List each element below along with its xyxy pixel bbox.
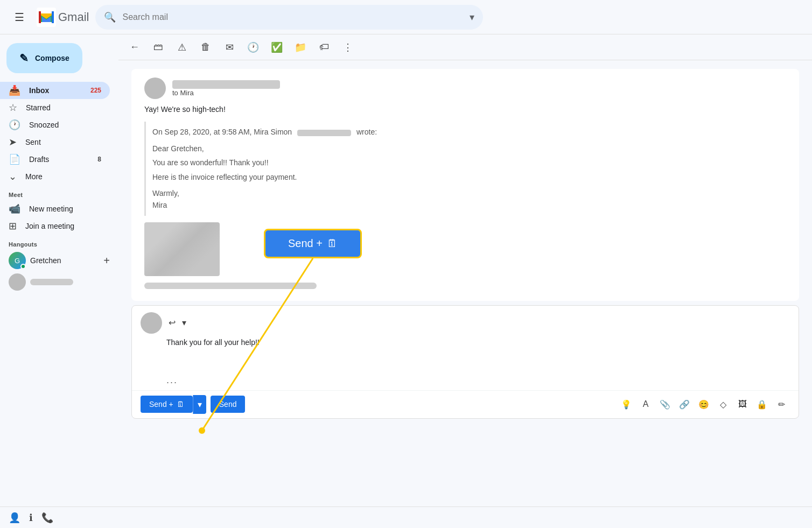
contacts-icon[interactable]: 👤: [9, 512, 20, 524]
compose-button[interactable]: ✎ Compose: [6, 43, 82, 73]
reply-controls: ↩ ▾: [166, 315, 188, 330]
attachment-inner: [144, 222, 220, 276]
reply-dots: ···: [132, 377, 799, 390]
sidebar-item-join-meeting[interactable]: ⊞ Join a meeting: [0, 217, 110, 235]
reply-button[interactable]: ↩: [166, 315, 178, 330]
back-button[interactable]: ←: [125, 38, 144, 57]
blurred-bar-1: [144, 283, 317, 289]
more-label: More: [25, 172, 101, 181]
thanks-line: You are so wonderful!! Thank you!!: [152, 157, 780, 168]
search-bar[interactable]: 🔍 ▾: [95, 5, 483, 30]
insert-emoji-button[interactable]: 😊: [695, 396, 712, 413]
annotation-send-label: Send +: [288, 237, 323, 250]
sidebar-item-more[interactable]: ⌄ More: [0, 168, 110, 185]
email-body-line1: Yay! We're so high-tech!: [144, 103, 786, 115]
reply-header: ↩ ▾: [132, 306, 799, 334]
report-spam-button[interactable]: ⚠: [172, 38, 192, 57]
search-dropdown-icon[interactable]: ▾: [470, 11, 474, 23]
email-thread: to Mira Yay! We're so high-tech! On Sep …: [118, 60, 812, 506]
drafts-icon: 📄: [9, 153, 20, 165]
move-to-button[interactable]: 📁: [291, 38, 310, 57]
delete-button[interactable]: 🗑: [196, 38, 215, 57]
pen-button[interactable]: ✏: [773, 396, 790, 413]
info-icon[interactable]: ℹ: [29, 512, 33, 524]
sidebar-item-snoozed[interactable]: 🕐 Snoozed: [0, 116, 110, 133]
send-dropdown-button[interactable]: ▾: [193, 395, 206, 414]
sidebar-item-sent[interactable]: ➤ Sent: [0, 133, 110, 151]
main-layout: ✎ Compose 📥 Inbox 225 ☆ Starred 🕐 Snooze…: [0, 34, 812, 506]
contact-avatar: [9, 273, 26, 291]
check-circle-button[interactable]: ✅: [267, 38, 286, 57]
online-status-dot: [20, 264, 26, 269]
attachment-preview: [144, 222, 220, 276]
reply-compose: ↩ ▾ Thank you for all your help!! ··· Se…: [131, 305, 799, 419]
send-button-group: Send + 🗓 ▾: [141, 395, 206, 414]
attach-file-button[interactable]: 📎: [656, 396, 674, 413]
send-schedule-button[interactable]: Send + 🗓: [141, 396, 193, 413]
svg-rect-0: [39, 11, 41, 23]
insert-photo-button[interactable]: 🖼: [734, 396, 751, 413]
to-label[interactable]: to Mira: [172, 89, 280, 97]
snoozed-icon: 🕐: [9, 119, 20, 131]
sidebar-item-starred[interactable]: ☆ Starred: [0, 99, 110, 116]
dear-line: Dear Gretchen,: [152, 143, 780, 154]
gmail-m-icon: [37, 8, 56, 27]
smart-compose-icon[interactable]: 💡: [618, 396, 635, 413]
inbox-icon: 📥: [9, 85, 20, 96]
hamburger-menu[interactable]: ☰: [9, 6, 30, 28]
add-hangout-icon[interactable]: +: [103, 255, 110, 267]
gmail-text: Gmail: [58, 10, 89, 24]
hangouts-section-label: Hangouts: [0, 235, 118, 250]
topbar: ☰ Gmail 🔍 ▾: [0, 0, 812, 34]
svg-rect-1: [52, 11, 54, 23]
sidebar-item-new-meeting[interactable]: 📹 New meeting: [0, 200, 110, 217]
archive-button[interactable]: 🗃: [149, 38, 168, 57]
reply-toolbar-bar: Send + 🗓 ▾ Send 💡 A 📎 🔗 😊 ◇ �: [132, 390, 799, 418]
more-toolbar-button[interactable]: ⋮: [338, 38, 358, 57]
hangouts-username: Gretchen: [30, 256, 61, 265]
reply-dropdown-button[interactable]: ▾: [180, 315, 188, 330]
email-area: ← 🗃 ⚠ 🗑 ✉ 🕐 ✅ 📁 🏷 ⋮ to Mira: [118, 34, 812, 506]
send-label: Send +: [149, 400, 173, 409]
compose-plus-icon: ✎: [19, 52, 29, 65]
phone-icon[interactable]: 📞: [41, 512, 53, 524]
formatting-options-button[interactable]: A: [637, 396, 654, 413]
sidebar-item-drafts[interactable]: 📄 Drafts 8: [0, 151, 110, 168]
hangouts-avatar: G: [9, 252, 26, 269]
contact-name-bar: [30, 279, 73, 285]
signature-button[interactable]: 🔒: [753, 396, 771, 413]
quote-block: On Sep 28, 2020, at 9:58 AM, Mira Simon …: [144, 122, 786, 215]
sent-label: Sent: [25, 138, 101, 146]
annotation-calendar-icon: 🗓: [327, 237, 338, 250]
reply-avatar: [141, 312, 162, 334]
compose-label: Compose: [35, 54, 69, 62]
insert-link-button[interactable]: 🔗: [676, 396, 693, 413]
join-meeting-icon: ⊞: [9, 220, 17, 232]
sent-icon: ➤: [9, 136, 17, 148]
email-message: to Mira Yay! We're so high-tech! On Sep …: [131, 69, 799, 301]
new-meeting-icon: 📹: [9, 203, 20, 215]
email-toolbar: ← 🗃 ⚠ 🗑 ✉ 🕐 ✅ 📁 🏷 ⋮: [118, 34, 812, 60]
sidebar-item-inbox[interactable]: 📥 Inbox 225: [0, 82, 110, 99]
label-button[interactable]: 🏷: [314, 38, 334, 57]
blurred-content: [144, 283, 786, 289]
mira-line: Mira: [152, 199, 780, 211]
reply-body[interactable]: Thank you for all your help!!: [132, 334, 799, 377]
hangouts-user[interactable]: G Gretchen +: [0, 250, 118, 271]
drafts-label: Drafts: [29, 155, 89, 164]
meet-section-label: Meet: [0, 185, 118, 200]
gmail-logo: Gmail: [37, 8, 89, 27]
mark-unread-button[interactable]: ✉: [220, 38, 239, 57]
quote-intro: On Sep 28, 2020, at 9:58 AM, Mira Simon …: [152, 126, 780, 138]
inbox-label: Inbox: [29, 86, 82, 95]
hangouts-contact: [0, 271, 118, 293]
invoice-line: Here is the invoice reflecting your paym…: [152, 171, 780, 183]
send-plain-button[interactable]: Send: [211, 396, 246, 413]
email-header: to Mira: [144, 78, 786, 99]
search-input[interactable]: [122, 12, 463, 22]
drive-button[interactable]: ◇: [715, 396, 732, 413]
warmly-line: Warmly,: [152, 187, 780, 199]
snooze-button[interactable]: 🕐: [243, 38, 263, 57]
send-calendar-icon: 🗓: [177, 400, 184, 409]
drafts-badge: 8: [97, 156, 101, 163]
